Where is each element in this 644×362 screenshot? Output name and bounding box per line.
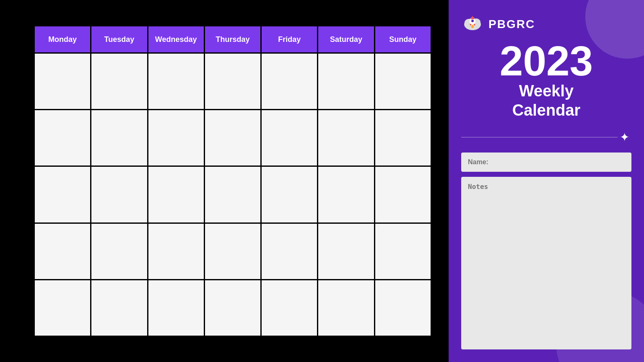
- cell-5-3[interactable]: [148, 280, 205, 336]
- cell-2-6[interactable]: [318, 110, 375, 165]
- cell-3-3[interactable]: [148, 167, 205, 222]
- calendar-area: Monday Tuesday Wednesday Thursday Friday…: [0, 0, 449, 362]
- header-tuesday: Tuesday: [91, 26, 148, 54]
- cell-3-5[interactable]: [262, 167, 318, 222]
- star-icon: ✦: [620, 130, 629, 144]
- cell-1-7[interactable]: [375, 54, 431, 109]
- svg-point-8: [471, 25, 474, 28]
- cell-4-3[interactable]: [148, 224, 205, 279]
- svg-point-5: [471, 20, 474, 22]
- calendar-row-1: [35, 54, 431, 110]
- cell-3-1[interactable]: [35, 167, 91, 222]
- header-saturday: Saturday: [318, 26, 375, 54]
- sidebar: PBGRC 2023 Weekly Calendar ✦: [449, 0, 644, 362]
- sidebar-content: PBGRC 2023 Weekly Calendar ✦: [461, 13, 631, 349]
- divider: ✦: [461, 130, 631, 144]
- calendar-row-2: [35, 110, 431, 167]
- cell-4-7[interactable]: [375, 224, 431, 279]
- calendar-row-3: [35, 167, 431, 223]
- cell-4-5[interactable]: [262, 224, 318, 279]
- cell-2-5[interactable]: [262, 110, 318, 165]
- cell-3-2[interactable]: [91, 167, 148, 222]
- cell-1-1[interactable]: [35, 54, 91, 109]
- calendar-row-5: [35, 280, 431, 336]
- header-wednesday: Wednesday: [148, 26, 205, 54]
- cell-5-1[interactable]: [35, 280, 91, 336]
- calendar-body: [35, 54, 431, 336]
- cell-1-4[interactable]: [205, 54, 262, 109]
- cell-5-4[interactable]: [205, 280, 262, 336]
- cell-2-2[interactable]: [91, 110, 148, 165]
- divider-line-left: [461, 137, 618, 137]
- svg-marker-4: [470, 16, 475, 19]
- calendar-grid: Monday Tuesday Wednesday Thursday Friday…: [34, 25, 432, 337]
- cell-5-7[interactable]: [375, 280, 431, 336]
- notes-container: [461, 177, 631, 349]
- cell-5-5[interactable]: [262, 280, 318, 336]
- weekly-calendar-title: Weekly Calendar: [461, 82, 631, 120]
- header-friday: Friday: [262, 26, 318, 54]
- cell-3-7[interactable]: [375, 167, 431, 222]
- header-thursday: Thursday: [205, 26, 262, 54]
- cell-2-4[interactable]: [205, 110, 262, 165]
- cell-2-1[interactable]: [35, 110, 91, 165]
- brand-area: PBGRC: [461, 13, 631, 36]
- notes-input[interactable]: [461, 177, 631, 349]
- header-sunday: Sunday: [375, 26, 431, 54]
- brand-logo-icon: [461, 13, 484, 36]
- cell-4-6[interactable]: [318, 224, 375, 279]
- cell-2-3[interactable]: [148, 110, 205, 165]
- header-row: Monday Tuesday Wednesday Thursday Friday…: [35, 26, 431, 54]
- name-input[interactable]: [461, 153, 631, 172]
- cell-3-4[interactable]: [205, 167, 262, 222]
- cell-1-3[interactable]: [148, 54, 205, 109]
- cell-5-2[interactable]: [91, 280, 148, 336]
- cell-4-1[interactable]: [35, 224, 91, 279]
- cell-2-7[interactable]: [375, 110, 431, 165]
- header-monday: Monday: [35, 26, 91, 54]
- year-display: 2023: [461, 40, 631, 82]
- cell-1-6[interactable]: [318, 54, 375, 109]
- brand-name: PBGRC: [488, 18, 535, 31]
- cell-1-2[interactable]: [91, 54, 148, 109]
- cell-4-4[interactable]: [205, 224, 262, 279]
- cell-1-5[interactable]: [262, 54, 318, 109]
- cell-4-2[interactable]: [91, 224, 148, 279]
- calendar-row-4: [35, 224, 431, 280]
- cell-3-6[interactable]: [318, 167, 375, 222]
- cell-5-6[interactable]: [318, 280, 375, 336]
